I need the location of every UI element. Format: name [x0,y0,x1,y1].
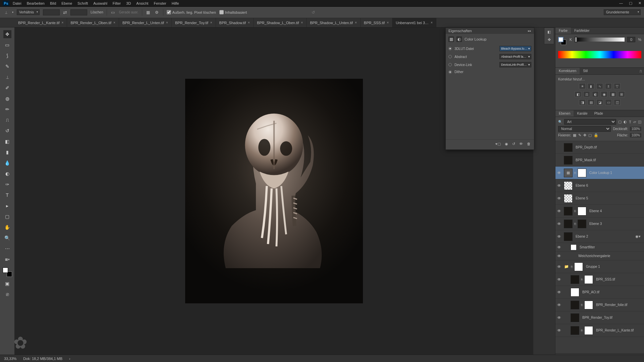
menu-auswahl[interactable]: Auswahl [93,1,107,5]
lock-all-icon[interactable]: 🔒 [594,133,598,137]
layer-name[interactable]: BPR_Render_L_Kante.tif [596,328,642,332]
tab-close-icon[interactable]: × [248,21,250,24]
filter-image-icon[interactable]: ▢ [618,120,622,124]
layer-row[interactable]: 👁Ebene 5 [555,192,644,205]
layer-thumbnail[interactable] [564,181,573,190]
screenmode-icon[interactable]: ⎚ [3,290,11,298]
layer-row[interactable]: 👁Ebene 2◉▾ [555,230,644,243]
lasso-tool[interactable]: ⟆ [3,52,11,60]
menu-datei[interactable]: Datei [13,1,21,5]
quick-select-tool[interactable]: ✎ [3,62,11,70]
visibility-icon[interactable]: 👁 [555,290,563,295]
visibility-icon[interactable]: 👁 [519,142,523,146]
threshold-icon[interactable]: ◪ [596,99,603,105]
selective-color-icon[interactable]: ◫ [614,99,621,105]
healing-tool[interactable]: ◍ [3,95,11,103]
move-tool[interactable]: ✥ [3,30,11,38]
filter-adjust-icon[interactable]: ◐ [624,120,627,124]
mask-thumbnail[interactable] [584,301,593,309]
layer-row[interactable]: BPR_Depth.tif [555,141,644,154]
content-aware-checkbox[interactable]: Inhaltsbasiert [219,10,247,14]
tab-corrections[interactable]: Korrekturen [555,68,580,74]
link-icon[interactable]: ⎘ [574,222,576,226]
straighten-icon[interactable]: ▭ [110,10,116,15]
radio-icon[interactable] [448,70,452,74]
minimize-icon[interactable]: — [619,1,623,5]
layer-row[interactable]: 👁Smartfilter [555,243,644,252]
exposure-icon[interactable]: ± [605,83,612,89]
dodge-tool[interactable]: ◐ [3,170,11,178]
edit-toolbar[interactable]: ▦▾ [3,255,11,263]
menu-fenster[interactable]: Fenster [154,1,166,5]
tab-paths[interactable]: Pfade [591,110,606,117]
crop-tool-icon[interactable]: ⟂ [3,10,9,15]
visibility-icon[interactable]: 👁 [555,277,563,282]
menu-hilfe[interactable]: Hilfe [172,1,179,5]
menu-schrift[interactable]: Schrift [77,1,88,5]
filter-shape-icon[interactable]: ▱ [633,120,636,124]
document-canvas[interactable] [185,79,363,303]
document-tab[interactable]: BPR_Render_L_Kante.tif× [15,18,67,27]
layer-row[interactable]: 👁Ebene 6 [555,179,644,192]
layer-row[interactable]: 👁BPR_AO.tif [555,286,644,299]
layer-row[interactable]: 👁⎘BPR_Render_folie.tif [555,299,644,311]
clip-icon[interactable]: ▾▢ [495,142,501,146]
eraser-tool[interactable]: ◧ [3,137,11,145]
filter-type-icon[interactable]: T [629,120,631,124]
property-dropdown[interactable]: Bleach Bypass.lo… [499,46,531,51]
link-icon[interactable]: ⎘ [581,303,583,307]
layer-filter-select[interactable]: Art [564,119,616,125]
brightness-icon[interactable]: ☀ [579,83,586,89]
lock-artboard-icon[interactable]: ▢ [588,133,592,137]
hue-icon[interactable]: ◧ [575,91,581,97]
layer-name[interactable]: Weichzeichnergalerie [578,254,642,258]
levels-icon[interactable]: ▮ [588,83,594,89]
styles-icon[interactable]: ⎍ [638,68,644,74]
radio-icon[interactable] [448,47,452,50]
property-row[interactable]: 3DLUT-DateiBleach Bypass.lo… [448,46,531,51]
visibility-icon[interactable]: 👁 [555,264,563,269]
panel-icon[interactable]: ◧ [547,30,551,34]
lock-pixels-icon[interactable]: ▦ [573,133,576,137]
layer-name[interactable]: Smartfilter [580,245,642,249]
lock-paint-icon[interactable]: ✎ [578,133,581,137]
tab-close-icon[interactable]: × [355,21,357,24]
type-tool[interactable]: T [3,191,11,199]
ratio-width-input[interactable] [43,9,60,15]
tab-color[interactable]: Farbe [555,27,571,34]
panel-icon[interactable]: ✥ [548,38,551,42]
layer-name[interactable]: Ebene 6 [576,184,642,187]
tab-close-icon[interactable]: × [431,21,433,24]
quickmask-icon[interactable]: ▣ [3,280,11,288]
properties-header[interactable]: Eigenschaften ▸▸ [446,28,534,34]
mask-thumbnail[interactable] [584,326,593,335]
maximize-icon[interactable]: ▢ [629,1,632,5]
close-icon[interactable]: ✕ [638,1,641,5]
tab-close-icon[interactable]: × [387,21,389,24]
properties-panel[interactable]: Eigenschaften ▸▸ ▦ ◐ Color Lookup 3DLUT-… [445,27,534,150]
layer-row[interactable]: 👁▦⎘Color Lookup 1 [555,167,644,179]
brush-tool[interactable]: ✏ [3,105,11,113]
delete-cropped-checkbox[interactable]: Außerh. lieg. Pixel löschen [167,10,216,14]
layer-name[interactable]: Ebene 4 [589,209,642,213]
more-tools[interactable]: ⋯ [3,245,11,253]
mask-thumbnail[interactable] [578,207,586,216]
reset-icon[interactable]: ↺ [512,142,515,146]
layer-thumbnail[interactable] [564,220,573,228]
path-select-tool[interactable]: ▸ [3,202,11,210]
posterize-icon[interactable]: ▤ [588,99,594,105]
chevron-down-icon[interactable]: ▾ [12,11,13,14]
document-tab[interactable]: BPR_Shadow_L_Oben.tif× [254,18,307,27]
layer-thumbnail[interactable] [571,313,579,322]
tab-channels[interactable]: Kanäle [574,110,591,117]
color-spectrum[interactable] [558,51,641,58]
property-dropdown[interactable]: DeviceLink-Profil… [499,62,531,67]
layer-name[interactable]: BPR_Render_folie.tif [596,303,642,307]
vibrance-icon[interactable]: ▽ [614,83,621,89]
gear-icon[interactable]: ⚙ [154,10,160,15]
lock-position-icon[interactable]: ✥ [583,133,586,137]
mask-thumbnail[interactable] [584,275,593,284]
layer-row[interactable]: 👁⎘Ebene 4 [555,205,644,218]
layer-row[interactable]: 👁📁⎘Gruppe 1 [555,260,644,273]
menu-bild[interactable]: Bild [50,1,56,5]
